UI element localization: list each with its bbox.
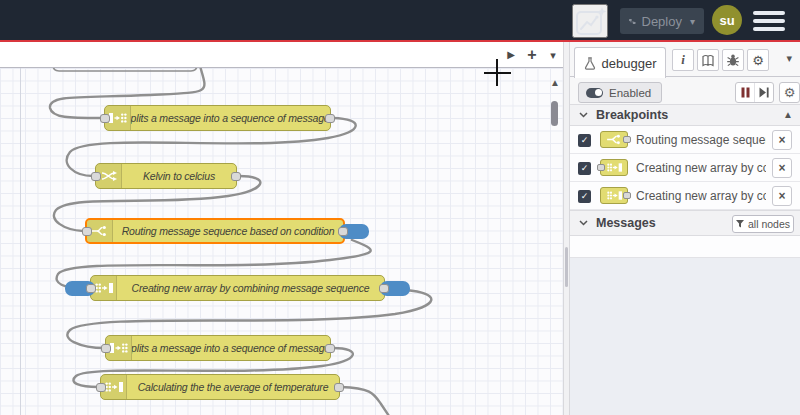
remove-breakpoint-button[interactable]: × [772, 186, 792, 206]
breakpoint-row[interactable]: ✓ Creating new array by combining messag… [570, 182, 800, 210]
breakpoint-label: Routing message sequence based on condit… [636, 126, 766, 154]
run-flows-icon[interactable]: ▶ [502, 42, 520, 68]
messages-empty-row [570, 236, 800, 258]
bug-icon [726, 53, 740, 67]
output-port [623, 136, 631, 143]
flow-node-change[interactable]: Kelvin to celcius [95, 163, 237, 189]
debug-sidebar: debugger i ⚙ ▾ Enabled [570, 42, 800, 415]
app-header: Deploy ▾ su [0, 0, 800, 40]
docs-button[interactable] [697, 49, 719, 71]
flow-node-split-1[interactable]: Splits a message into a sequence of mess… [104, 105, 331, 131]
output-port[interactable] [338, 227, 348, 236]
filter-label: all nodes [748, 218, 790, 230]
flow-node-split-2[interactable]: Splits a message into a sequence of mess… [105, 335, 331, 361]
input-port[interactable] [96, 383, 106, 392]
sidebar-tabrow: debugger i ⚙ ▾ [570, 42, 800, 77]
deploy-button[interactable]: Deploy ▾ [620, 8, 704, 34]
mini-switch-node-icon [600, 131, 628, 148]
deploy-caret-icon[interactable]: ▾ [690, 16, 695, 27]
node-label: Creating new array by combining message … [117, 276, 384, 300]
mini-join-node-icon [600, 187, 628, 204]
input-port[interactable] [86, 284, 96, 293]
messages-list-area [570, 258, 800, 415]
flow-sparkle-glyph [574, 6, 608, 38]
breakpoint-row[interactable]: ✓ Routing message sequence based on cond… [570, 126, 800, 154]
enabled-label: Enabled [609, 87, 651, 99]
canvas-scroll-up-icon[interactable]: ▲ [547, 75, 563, 89]
breakpoint-checkbox[interactable]: ✓ [578, 190, 591, 203]
crosshair-cursor [496, 59, 498, 86]
breakpoint-row[interactable]: ✓ Creating new array by combining messag… [570, 154, 800, 182]
breakpoints-title: Breakpoints [596, 108, 668, 122]
messages-section-header[interactable]: Messages all nodes [570, 210, 800, 236]
flow-sparkle-icon[interactable] [572, 4, 608, 38]
add-flow-icon[interactable]: + [523, 42, 541, 68]
sidebar-separator[interactable] [563, 42, 570, 415]
chevron-down-icon [579, 220, 588, 226]
settings-button[interactable]: ⚙ [747, 49, 769, 71]
hamburger-icon [753, 11, 785, 15]
separator-grip-icon[interactable] [565, 247, 568, 287]
output-port[interactable] [325, 114, 335, 123]
output-port [623, 192, 631, 199]
tab-debugger-label: debugger [602, 56, 657, 71]
node-label: Routing message sequence based on condit… [113, 220, 343, 242]
debugger-enabled-toggle[interactable]: Enabled [578, 82, 662, 103]
output-port[interactable] [231, 172, 241, 181]
flow-node-join-1[interactable]: Creating new array by combining message … [90, 275, 385, 301]
breakpoint-label: Creating new array by combining message … [636, 154, 766, 182]
breakpoint-checkbox[interactable]: ✓ [578, 162, 591, 175]
main-menu-button[interactable] [752, 9, 786, 33]
deploy-nodes-icon [629, 15, 636, 28]
input-port [597, 164, 605, 171]
output-port[interactable] [325, 344, 335, 353]
breakpoint-checkbox[interactable]: ✓ [578, 134, 591, 147]
debugger-toolbar: Enabled ⚙ [570, 78, 800, 106]
flow-node-join-2[interactable]: Calculating the the average of temperatu… [100, 374, 340, 400]
node-label: Splits a message into a sequence of mess… [132, 336, 330, 360]
node-label: Calculating the the average of temperatu… [127, 375, 339, 399]
tab-debugger[interactable]: debugger [574, 47, 666, 78]
wire [341, 387, 395, 415]
breakpoint-label: Creating new array by combining message … [636, 182, 766, 210]
input-port[interactable] [91, 172, 101, 181]
deploy-label: Deploy [642, 14, 682, 29]
output-port[interactable] [334, 383, 344, 392]
flow-node-switch[interactable]: Routing message sequence based on condit… [85, 218, 345, 244]
node-label: Kelvin to celcius [122, 164, 236, 188]
canvas-scrollbar-thumb[interactable] [551, 101, 558, 126]
input-port[interactable] [100, 114, 110, 123]
step-icon [759, 87, 769, 98]
user-avatar[interactable]: su [712, 5, 742, 35]
sidebar-collapse-caret-icon[interactable]: ▾ [786, 52, 792, 65]
pause-button[interactable] [736, 83, 754, 102]
step-button[interactable] [754, 83, 773, 102]
remove-breakpoint-button[interactable]: × [772, 130, 792, 150]
debug-bug-button[interactable] [722, 49, 744, 71]
debugger-settings-button[interactable]: ⚙ [779, 82, 800, 103]
message-filter-button[interactable]: all nodes [732, 215, 794, 233]
input-port[interactable] [101, 344, 111, 353]
book-icon [701, 54, 715, 67]
filter-funnel-icon [736, 220, 744, 228]
messages-title: Messages [596, 216, 656, 230]
flask-icon [584, 57, 596, 70]
breakpoints-section-header[interactable]: Breakpoints ▲ [570, 104, 800, 126]
toggle-on-icon [586, 88, 603, 98]
pause-icon [741, 87, 750, 98]
info-button[interactable]: i [672, 49, 694, 71]
sidebar-scroll-up-icon[interactable]: ▲ [783, 109, 793, 120]
flow-list-caret-icon[interactable]: ▾ [544, 42, 562, 68]
node-label: Splits a message into a sequence of mess… [131, 106, 330, 130]
flow-canvas[interactable]: ▶ + ▾ Splits a message into a sequence o… [0, 42, 563, 415]
chevron-down-icon [579, 112, 588, 118]
flow-tabbar: ▶ + ▾ [0, 42, 563, 68]
remove-breakpoint-button[interactable]: × [772, 158, 792, 178]
output-port[interactable] [379, 284, 389, 293]
mini-join-node-icon [600, 159, 628, 176]
input-port[interactable] [82, 227, 92, 236]
pause-step-group [735, 82, 774, 103]
